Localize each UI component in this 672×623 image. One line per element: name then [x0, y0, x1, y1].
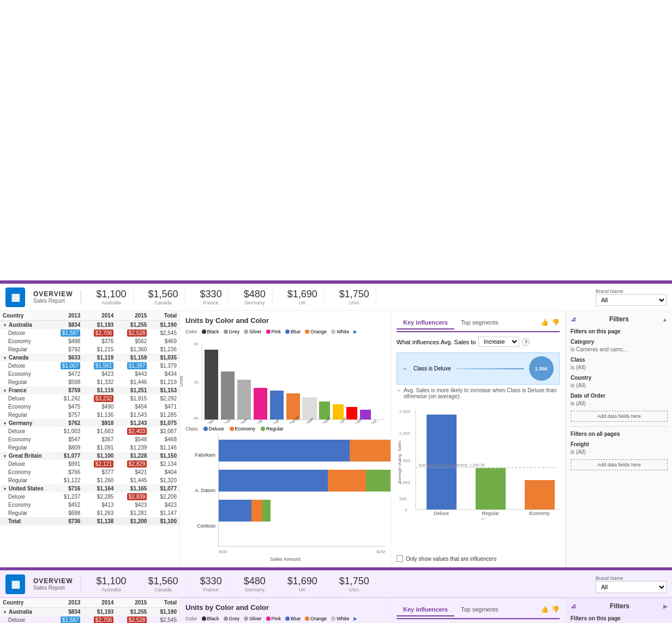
cell-value: $2,528 [116, 329, 149, 337]
expand-icon[interactable]: ▼ [3, 454, 7, 459]
cell-value: $1,263 [83, 509, 116, 517]
class-filter-label: Class [571, 357, 668, 363]
bottom-tab-key-influencers[interactable]: Key influencers [397, 603, 454, 616]
cell-value: $2,403 [116, 427, 149, 435]
cell-value: $443 [116, 370, 149, 378]
row-name: Deluxe [0, 493, 50, 501]
thumbs-down-icon[interactable]: 👎 [551, 319, 560, 326]
tab-key-influencers[interactable]: Key influencers [397, 316, 454, 330]
color-legend: Color Black Grey Silver Pink Blue Orange… [185, 329, 385, 334]
bottom-filter-funnel-icon: ⊿ [571, 602, 576, 610]
info-icon[interactable]: ? [522, 338, 530, 346]
expand-icon[interactable]: ▼ [3, 487, 7, 492]
class-filter-group: Class is (All) [571, 357, 668, 370]
overview-label: OVERVIEW [33, 290, 73, 298]
svg-text:2,500: 2,500 [399, 409, 411, 414]
brand-name-label: Brand Name [596, 289, 667, 294]
contoso-bar [219, 500, 271, 522]
cell-value: $809 [50, 444, 83, 452]
cell-value: $598 [50, 378, 83, 386]
units-y-label: Units [180, 375, 184, 387]
expand-icon[interactable]: ▼ [3, 421, 7, 426]
row-name: Deluxe [0, 394, 50, 403]
bottom-metric-label-usa: USA [349, 587, 359, 592]
bottom-expand-colors-btn[interactable]: ▶ [353, 616, 357, 621]
cell-value: $421 [116, 468, 149, 476]
cell-value: $1,147 [149, 509, 179, 517]
cell-value: $1,035 [149, 354, 179, 362]
row-name: ▼Australia [0, 321, 50, 330]
expand-icon[interactable]: ▼ [3, 356, 7, 361]
table-row: ▼United States$716$1,164$1,165$1,077 [0, 484, 179, 493]
cell-value: $834 [50, 321, 83, 330]
cell-value: $1,138 [83, 517, 116, 525]
expand-icon[interactable]: ▼ [3, 323, 7, 328]
cell-value: $468 [149, 435, 179, 444]
add-data-btn-2[interactable]: Add data fields here [571, 459, 668, 470]
add-data-btn-1[interactable]: Add data fields here [571, 411, 668, 422]
cell-value: $377 [83, 468, 116, 476]
app-logo: ▦ [5, 287, 25, 307]
table-row: Economy$472$423$443$434 [0, 370, 179, 378]
expand-colors-btn[interactable]: ▶ [353, 329, 357, 334]
cell-value: $759 [50, 386, 83, 394]
legend-white: White [331, 329, 349, 334]
thumbs-up-icon[interactable]: 👍 [541, 319, 549, 326]
bottom-filter-expand-icon[interactable]: ▶ [663, 603, 668, 609]
brand-name-select[interactable]: All [596, 294, 667, 306]
svg-rect-5 [205, 350, 218, 420]
legend-economy: Economy [230, 426, 256, 432]
brand-names: Fabrikam A. Datum Contoso [185, 434, 218, 547]
cell-value: $1,242 [50, 394, 83, 403]
bottom-tab-top-segments[interactable]: Top segments [454, 603, 505, 615]
bottom-legend-orange: Orange [305, 616, 327, 621]
row-name: Total [0, 517, 50, 525]
cell-value: $1,251 [116, 386, 149, 394]
cell-value: $472 [50, 370, 83, 378]
bottom-metric-label-france: France [203, 587, 219, 592]
legend-regular: Regular [261, 426, 284, 432]
row-name: Regular [0, 509, 50, 517]
date-filter-group: Date of Order is (All) [571, 393, 668, 406]
cell-value: $1,075 [149, 419, 179, 427]
cell-value: $1,119 [83, 354, 116, 362]
legend-deluxe: Deluxe [203, 426, 224, 432]
metric-label-australia: Australia [101, 300, 121, 305]
row-name: ▼United States [0, 484, 50, 493]
metric-value-france: $330 [200, 289, 222, 300]
metric-value-australia: $1,100 [96, 289, 126, 300]
expand-icon[interactable]: ▼ [3, 388, 7, 393]
cell-value: $762 [50, 419, 83, 427]
table-row: Regular$792$1,215$1,360$1,236 [0, 345, 179, 354]
row-name: Regular [0, 345, 50, 354]
bottom-thumbs-down-icon[interactable]: 👎 [551, 606, 560, 613]
cell-value: $1,146 [149, 444, 179, 452]
cell-value: $1,543 [116, 411, 149, 419]
tab-top-segments[interactable]: Top segments [454, 316, 505, 328]
only-influencers-checkbox[interactable] [397, 555, 403, 562]
influence-direction-select[interactable]: Increase Decrease [478, 337, 519, 347]
svg-rect-37 [476, 468, 506, 510]
filter-collapse-icon[interactable]: ▲ [662, 316, 668, 322]
legend-silver: Silver [244, 329, 262, 334]
filters-header: ⊿ Filters ▲ [571, 315, 668, 323]
cell-value: $1,136 [83, 411, 116, 419]
description-text: Avg. Sales is more likely to increase wh… [404, 387, 560, 399]
bottom-brand-name-select[interactable]: All [596, 581, 667, 593]
cell-value: $2,285 [83, 493, 116, 501]
row-name: Regular [0, 378, 50, 386]
top-right-influencers: Key influencers Top segments 👍 👎 What in… [391, 311, 566, 567]
cell-value: $1,360 [116, 345, 149, 354]
expand-icon[interactable]: ▼ [3, 610, 7, 615]
row-name: ▼Australia [0, 608, 50, 616]
svg-rect-14 [346, 407, 357, 420]
cell-value: $2,121 [83, 460, 116, 468]
category-filter-value: is Cameras and camc... [571, 346, 668, 352]
cell-value: $1,587 [50, 616, 83, 623]
bottom-thumbs-up-icon[interactable]: 👍 [541, 606, 549, 613]
cell-value: $1,285 [149, 411, 179, 419]
svg-rect-36 [427, 415, 457, 510]
cell-value: $1,003 [50, 427, 83, 435]
cell-value: $1,445 [116, 476, 149, 484]
metric-value-usa: $1,750 [339, 289, 369, 300]
